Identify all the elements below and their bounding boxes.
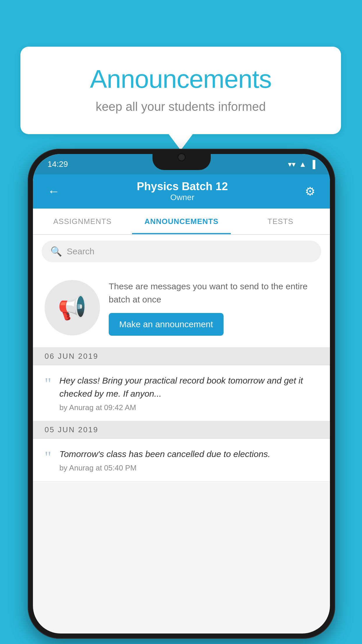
announcement-text-1: Hey class! Bring your practical record b… bbox=[59, 374, 318, 400]
back-button[interactable]: ← bbox=[48, 184, 60, 198]
search-input[interactable]: Search bbox=[67, 246, 94, 256]
promo-content: These are messages you want to send to t… bbox=[109, 280, 318, 336]
tab-assignments[interactable]: ASSIGNMENTS bbox=[33, 209, 132, 234]
header-center: Physics Batch 12 Owner bbox=[137, 180, 228, 202]
wifi-icon: ▾▾ bbox=[288, 160, 296, 169]
header-title: Physics Batch 12 bbox=[137, 180, 228, 193]
announcement-content-1: Hey class! Bring your practical record b… bbox=[59, 374, 318, 412]
phone-outer: 14:29 ▾▾ ▲ ▐ ← Physics Batch 12 Owner ⚙ … bbox=[28, 149, 335, 639]
date-separator-2: 05 JUN 2019 bbox=[33, 421, 330, 439]
battery-icon: ▐ bbox=[310, 160, 315, 169]
status-time: 14:29 bbox=[48, 160, 68, 169]
signal-icon: ▲ bbox=[299, 160, 307, 169]
promo-section: 📢 These are messages you want to send to… bbox=[33, 268, 330, 348]
bubble-subtitle: keep all your students informed bbox=[44, 100, 318, 114]
app-header: ← Physics Batch 12 Owner ⚙ bbox=[33, 174, 330, 209]
phone-camera bbox=[178, 153, 186, 161]
phone-screen: 14:29 ▾▾ ▲ ▐ ← Physics Batch 12 Owner ⚙ … bbox=[33, 154, 330, 634]
search-icon: 🔍 bbox=[50, 246, 62, 257]
announcement-text-2: Tomorrow's class has been cancelled due … bbox=[59, 447, 270, 461]
megaphone-icon: 📢 bbox=[58, 294, 87, 321]
phone-mockup: 14:29 ▾▾ ▲ ▐ ← Physics Batch 12 Owner ⚙ … bbox=[28, 149, 335, 639]
search-bar[interactable]: 🔍 Search bbox=[42, 241, 321, 262]
announcement-meta-1: by Anurag at 09:42 AM bbox=[59, 403, 318, 412]
promo-icon-circle: 📢 bbox=[45, 280, 100, 335]
bubble-title: Announcements bbox=[44, 64, 318, 94]
make-announcement-button[interactable]: Make an announcement bbox=[109, 313, 224, 336]
promo-text: These are messages you want to send to t… bbox=[109, 280, 318, 306]
date-separator-1: 06 JUN 2019 bbox=[33, 348, 330, 365]
tab-tests[interactable]: TESTS bbox=[231, 209, 330, 234]
announcement-item-2[interactable]: " Tomorrow's class has been cancelled du… bbox=[33, 439, 330, 482]
announcement-meta-2: by Anurag at 05:40 PM bbox=[59, 463, 270, 473]
tab-announcements[interactable]: ANNOUNCEMENTS bbox=[132, 209, 231, 234]
settings-icon[interactable]: ⚙ bbox=[305, 185, 315, 198]
announcement-content-2: Tomorrow's class has been cancelled due … bbox=[59, 447, 270, 473]
status-icons: ▾▾ ▲ ▐ bbox=[288, 160, 315, 169]
quote-icon-1: " bbox=[45, 376, 51, 392]
search-container: 🔍 Search bbox=[33, 235, 330, 268]
header-subtitle: Owner bbox=[137, 193, 228, 202]
quote-icon-2: " bbox=[45, 449, 51, 466]
speech-bubble: Announcements keep all your students inf… bbox=[20, 47, 341, 134]
tabs-bar: ASSIGNMENTS ANNOUNCEMENTS TESTS bbox=[33, 209, 330, 235]
announcement-item-1[interactable]: " Hey class! Bring your practical record… bbox=[33, 365, 330, 421]
